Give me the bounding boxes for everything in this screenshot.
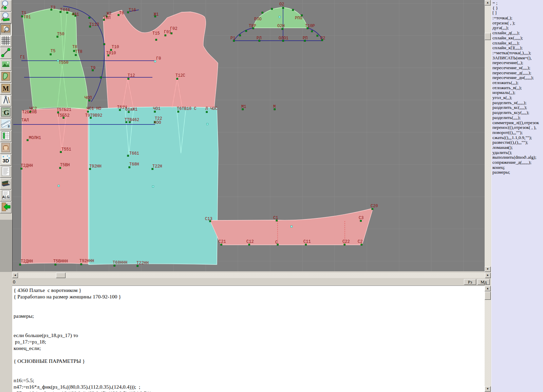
three-d-button[interactable]: 3D — [0, 154, 12, 166]
command-template-item[interactable]: пересечение_н(,,,,); — [492, 65, 543, 71]
point-marker[interactable] — [75, 54, 77, 56]
point-marker[interactable] — [245, 30, 247, 32]
editor-line[interactable]: п47:=п16*л_фнк(рз_16,((80,0.35),(112,0.3… — [14, 384, 485, 390]
command-template-item[interactable]: сопряжение_д(,,,,,,); — [492, 160, 543, 165]
command-template-item[interactable]: отложить_в(,,); — [492, 85, 543, 91]
algorithm-doc-button[interactable]: ALG — [0, 190, 12, 201]
point-marker-highlight[interactable] — [152, 186, 154, 188]
command-template-item[interactable]: ломаная(); — [492, 145, 543, 150]
point-marker[interactable] — [128, 78, 129, 80]
editor-line[interactable]: рз_17:=рз_18; — [14, 338, 485, 345]
scroll-right-button[interactable]: ► — [485, 273, 491, 278]
point-marker[interactable] — [176, 78, 178, 80]
scroll-thumb[interactable] — [56, 273, 65, 278]
point-marker[interactable] — [271, 8, 273, 10]
editor-line[interactable] — [14, 306, 485, 313]
command-template-item[interactable]: сплайн_кк(,,,,,); — [492, 36, 543, 41]
reference-books-button[interactable] — [0, 178, 12, 190]
command-template-item[interactable]: сплайн_д(,,,,); — [492, 31, 543, 36]
editor-line[interactable]: { 4360 Платье с воротником } — [14, 287, 485, 293]
point-marker[interactable] — [73, 50, 75, 52]
model-photo-button[interactable] — [0, 142, 12, 154]
command-template-item[interactable]: разделить_кс(,,,,); — [492, 105, 543, 110]
piece-skirt-back[interactable] — [21, 109, 88, 264]
point-marker[interactable] — [206, 111, 208, 113]
scroll-up-button[interactable]: ▲ — [485, 286, 491, 291]
zoom-out-button[interactable] — [0, 12, 12, 23]
point-marker[interactable] — [292, 9, 294, 11]
point-marker-highlight[interactable] — [291, 226, 293, 228]
editor-line[interactable] — [14, 364, 485, 371]
command-template-item[interactable]: конец; — [492, 165, 543, 170]
scroll-down-button[interactable]: ▼ — [485, 267, 491, 272]
scroll-up-button[interactable]: ▲ — [485, 0, 491, 5]
editor-vertical-scrollbar[interactable]: ▲ ▼ — [485, 286, 491, 392]
editor-line[interactable]: п16:=5.5; — [14, 377, 485, 384]
drafting-tools-button[interactable] — [0, 95, 12, 106]
editor-line[interactable] — [14, 326, 485, 332]
mode-rz-button[interactable]: Рз — [464, 279, 476, 285]
editor-line[interactable] — [14, 371, 485, 377]
command-template-item[interactable]: :=точка(,); — [492, 16, 543, 21]
command-template-item[interactable]: :=метка(точка(,),,,,); — [492, 51, 543, 56]
editor-line[interactable]: конец_если; — [14, 345, 485, 351]
image-button[interactable] — [0, 59, 12, 71]
editor-line[interactable]: размеры; — [14, 313, 485, 319]
scroll-track[interactable] — [485, 286, 491, 392]
point-marker[interactable] — [55, 264, 56, 266]
editor-line[interactable]: { ОСНОВНЫЕ ПАРАМЕТРЫ } — [14, 358, 485, 364]
pattern-piece-button[interactable] — [0, 71, 12, 83]
editor-line[interactable]: { Разработано на размер женщины 170-92-1… — [14, 293, 485, 300]
command-template-item[interactable]: удалить(); — [492, 150, 543, 155]
pattern-drawing[interactable]: Т1Т01Т3Т444441Ж2Т8ПТ6Т16Ж1Т11ПТ50Т5Т8ТТ8… — [13, 0, 485, 271]
point-marker[interactable] — [165, 35, 166, 36]
command-template-item[interactable]: = ; — [492, 1, 543, 6]
editor-line[interactable] — [14, 300, 485, 306]
command-template-item[interactable]: симметрия_л((),отрезок — [492, 120, 543, 125]
editor-line[interactable] — [14, 351, 485, 358]
command-template-item[interactable]: сплайн_к(,,,,); — [492, 41, 543, 46]
zoom-in-button[interactable] — [0, 0, 12, 12]
mode-md-button[interactable]: Мд — [478, 279, 490, 285]
command-template-item[interactable]: отрезок( , ); — [492, 21, 543, 26]
point-marker[interactable] — [317, 35, 318, 37]
command-template-item[interactable]: пересечение_дн(,,,,,); — [492, 75, 543, 80]
text-list-button[interactable] — [0, 166, 12, 178]
canvas-horizontal-scrollbar[interactable]: ◄ ► — [12, 273, 491, 278]
editor-line[interactable]: если больше(рз_18,рз_17) то — [14, 332, 485, 338]
command-template-item[interactable]: разделить_н(,,,,,); — [492, 100, 543, 105]
command-template-item[interactable]: [ ] — [492, 11, 543, 16]
point-marker[interactable] — [155, 39, 157, 41]
point-marker[interactable] — [19, 264, 21, 266]
command-template-item[interactable]: пересечение(,,); — [492, 60, 543, 65]
scroll-thumb[interactable] — [485, 33, 491, 40]
point-marker[interactable] — [239, 35, 241, 36]
grid-button[interactable] — [0, 36, 12, 47]
point-marker[interactable] — [27, 139, 29, 141]
program-editor[interactable]: { 4360 Платье с воротником }{ Разработан… — [12, 286, 485, 392]
command-template-item[interactable]: { } — [492, 6, 543, 11]
command-template-item[interactable]: перенос((),отрезок( , ), — [492, 125, 543, 130]
point-marker[interactable] — [89, 17, 90, 19]
point-marker-highlight[interactable] — [279, 16, 281, 18]
scroll-track[interactable] — [485, 0, 491, 272]
exit-button[interactable] — [0, 202, 12, 213]
point-marker[interactable] — [100, 77, 102, 78]
command-template-item[interactable]: выполнить(dmod\.alg); — [492, 155, 543, 160]
size-table-button[interactable] — [0, 131, 12, 142]
point-marker-highlight[interactable] — [58, 185, 60, 187]
command-template-item[interactable]: ЗАПИСАТЬ(имя=(), — [492, 56, 543, 61]
command-template-item[interactable]: сжать((),,,1.1,0.9,""); — [492, 135, 543, 140]
segment-button[interactable] — [0, 47, 12, 59]
letter-m-button[interactable]: M — [0, 83, 12, 95]
editor-line[interactable] — [14, 319, 485, 326]
point-marker-highlight[interactable] — [154, 61, 156, 62]
editor-line[interactable]: п57:=п16 *л_фнк(рз_16,((80,0.4),(92,0.45… — [14, 390, 485, 392]
scroll-track[interactable] — [12, 273, 491, 278]
point-marker[interactable] — [311, 31, 313, 32]
scroll-down-button[interactable]: ▼ — [485, 386, 491, 392]
command-template-item[interactable]: пересечение_д(,,,,,); — [492, 71, 543, 76]
command-template-item[interactable]: поворот((),,,""); — [492, 130, 543, 135]
point-marker[interactable] — [282, 7, 284, 9]
view-piece-button[interactable] — [0, 24, 12, 35]
